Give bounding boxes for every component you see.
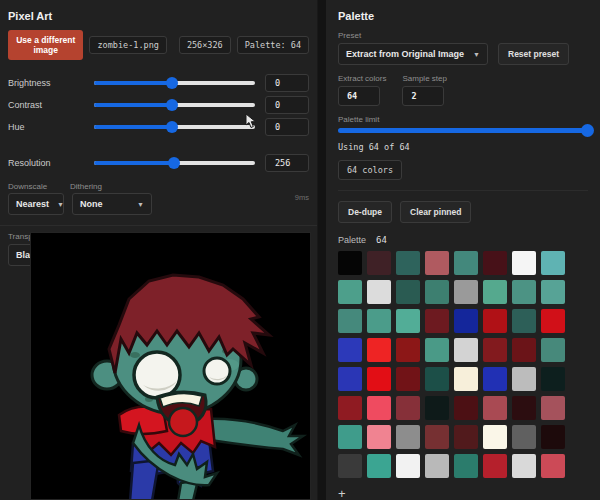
dithering-label: Dithering (70, 182, 102, 191)
palette-swatch[interactable] (541, 396, 565, 420)
palette-swatch[interactable] (483, 309, 507, 333)
palette-swatch[interactable] (425, 454, 449, 478)
palette-swatch[interactable] (454, 338, 478, 362)
palette-swatch[interactable] (338, 454, 362, 478)
palette-swatch[interactable] (541, 338, 565, 362)
slider-thumb[interactable] (581, 124, 594, 137)
palette-swatch[interactable] (425, 309, 449, 333)
palette-swatch[interactable] (367, 367, 391, 391)
palette-swatch[interactable] (483, 280, 507, 304)
brightness-slider-row: Brightness 0 (8, 72, 309, 94)
palette-swatch[interactable] (483, 454, 507, 478)
brightness-value[interactable]: 0 (265, 74, 309, 92)
palette-swatch[interactable] (425, 280, 449, 304)
palette-swatch[interactable] (338, 396, 362, 420)
palette-swatch[interactable] (541, 309, 565, 333)
reset-preset-button[interactable]: Reset preset (498, 43, 569, 65)
dithering-select[interactable]: None ▼ (72, 193, 152, 215)
hue-value[interactable]: 0 (265, 118, 309, 136)
palette-swatch[interactable] (512, 338, 536, 362)
palette-swatch[interactable] (541, 454, 565, 478)
palette-swatch[interactable] (338, 280, 362, 304)
palette-swatch[interactable] (396, 338, 420, 362)
chevron-down-icon: ▼ (57, 201, 64, 208)
add-color-button[interactable]: + (338, 486, 346, 500)
palette-swatch[interactable] (396, 367, 420, 391)
palette-limit-slider[interactable] (338, 128, 588, 133)
palette-swatch[interactable] (454, 454, 478, 478)
palette-swatch[interactable] (454, 280, 478, 304)
palette-swatch[interactable] (425, 367, 449, 391)
palette-swatch[interactable] (512, 309, 536, 333)
palette-swatch[interactable] (483, 367, 507, 391)
slider-thumb[interactable] (168, 157, 180, 169)
palette-swatch[interactable] (425, 425, 449, 449)
palette-swatch[interactable] (367, 251, 391, 275)
palette-swatch[interactable] (512, 454, 536, 478)
palette-swatch[interactable] (396, 396, 420, 420)
preset-select[interactable]: Extract from Original Image ▼ (338, 43, 488, 65)
palette-swatch[interactable] (367, 454, 391, 478)
palette-swatch[interactable] (454, 309, 478, 333)
palette-swatch[interactable] (512, 251, 536, 275)
palette-swatch[interactable] (483, 338, 507, 362)
resolution-label: Resolution (8, 158, 94, 168)
palette-swatch[interactable] (483, 251, 507, 275)
palette-swatch[interactable] (367, 309, 391, 333)
extract-colors-group: Extract colors 64 (338, 65, 386, 106)
hue-slider[interactable] (94, 125, 255, 129)
sample-step-group: Sample step 2 (402, 65, 446, 106)
palette-swatch[interactable] (338, 367, 362, 391)
dithering-value: None (80, 199, 103, 209)
palette-swatch[interactable] (541, 367, 565, 391)
palette-swatch[interactable] (367, 280, 391, 304)
palette-swatch[interactable] (454, 367, 478, 391)
extract-colors-input[interactable]: 64 (338, 86, 380, 106)
contrast-value[interactable]: 0 (265, 96, 309, 114)
palette-swatch[interactable] (338, 425, 362, 449)
chevron-down-icon: ▼ (137, 201, 144, 208)
downscale-select[interactable]: Nearest ▼ (8, 193, 64, 215)
palette-swatch[interactable] (512, 367, 536, 391)
palette-swatch[interactable] (396, 280, 420, 304)
slider-thumb[interactable] (166, 99, 178, 111)
slider-thumb[interactable] (166, 77, 178, 89)
slider-thumb[interactable] (166, 121, 178, 133)
pixel-art-preview[interactable] (30, 232, 311, 500)
palette-swatch[interactable] (338, 338, 362, 362)
contrast-slider[interactable] (94, 103, 255, 107)
palette-swatch[interactable] (396, 309, 420, 333)
palette-swatch[interactable] (483, 425, 507, 449)
palette-swatch[interactable] (454, 425, 478, 449)
palette-swatch[interactable] (367, 396, 391, 420)
palette-swatch[interactable] (396, 425, 420, 449)
downscale-label: Downscale (8, 182, 70, 191)
sample-step-input[interactable]: 2 (402, 86, 444, 106)
palette-swatch[interactable] (541, 280, 565, 304)
clear-pinned-button[interactable]: Clear pinned (400, 201, 471, 223)
brightness-slider[interactable] (94, 81, 255, 85)
palette-swatch[interactable] (454, 251, 478, 275)
palette-swatch[interactable] (512, 280, 536, 304)
palette-swatch[interactable] (512, 425, 536, 449)
palette-swatch[interactable] (541, 425, 565, 449)
palette-swatch[interactable] (512, 396, 536, 420)
use-different-image-button[interactable]: Use a different image (8, 30, 83, 60)
palette-swatch[interactable] (483, 396, 507, 420)
palette-usage-text: Using 64 of 64 (338, 142, 588, 152)
resolution-value[interactable]: 256 (265, 154, 309, 172)
palette-swatch[interactable] (367, 425, 391, 449)
palette-swatch[interactable] (338, 309, 362, 333)
palette-swatch[interactable] (338, 251, 362, 275)
dedupe-button[interactable]: De-dupe (338, 201, 392, 223)
palette-swatch[interactable] (425, 251, 449, 275)
palette-swatch[interactable] (396, 251, 420, 275)
palette-swatch[interactable] (396, 454, 420, 478)
preset-label: Preset (338, 31, 588, 40)
palette-swatch[interactable] (425, 338, 449, 362)
palette-swatch[interactable] (454, 396, 478, 420)
palette-swatch[interactable] (541, 251, 565, 275)
palette-swatch[interactable] (367, 338, 391, 362)
palette-swatch[interactable] (425, 396, 449, 420)
resolution-slider[interactable] (94, 161, 255, 165)
